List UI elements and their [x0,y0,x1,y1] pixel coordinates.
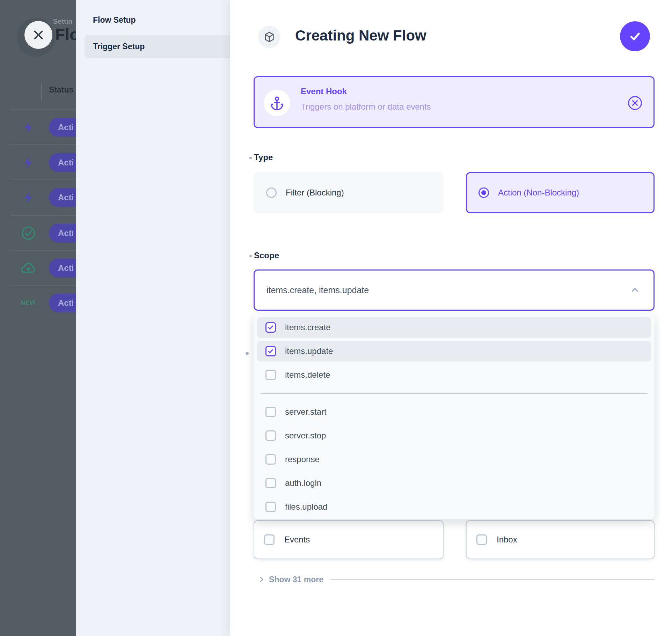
table-row: Acti [0,224,76,243]
scope-option-label: items.create [285,323,331,332]
breadcrumb: Settin [53,17,73,25]
scope-option-label: response [285,454,320,464]
checkbox-unchecked[interactable] [265,478,276,488]
scope-dropdown-menu: items.create items.update items.delete s… [254,313,655,519]
checkbox-checked[interactable] [265,322,276,333]
scope-option-files-upload[interactable]: files.upload [257,496,651,517]
drawer-title: Creating New Flow [295,27,426,44]
trigger-card-title: Event Hook [301,87,347,96]
scope-option-label: items.update [285,346,333,356]
nav-item-label: Trigger Setup [93,35,145,58]
status-badge: Acti [49,118,76,137]
collection-option-label: Events [284,535,310,545]
status-column-header: Status [49,85,73,95]
collection-option-inbox[interactable]: Inbox [466,520,655,559]
status-badge: Acti [49,153,76,172]
dimmed-background: Settin Flo Status Acti Acti Acti [0,0,76,636]
checkbox-unchecked[interactable] [476,534,487,545]
scope-option-auth-login[interactable]: auth.login [257,473,651,494]
type-option-action[interactable]: Action (Non-Blocking) [466,172,655,213]
chevron-right-icon [258,576,265,583]
collection-option-label: Inbox [497,535,517,545]
checkbox-unchecked[interactable] [265,370,276,380]
bolt-icon [20,119,37,136]
row-separator [10,109,76,110]
scope-option-label: server.start [285,407,327,417]
status-badge: Acti [49,259,76,278]
save-button[interactable] [620,21,650,51]
checkbox-checked[interactable] [265,346,276,356]
trigger-type-card[interactable]: Event Hook Triggers on platform or data … [254,76,655,128]
hidden-field-required-dot [246,352,249,355]
x-circle-icon [627,95,643,111]
check-circle-icon [20,225,37,242]
chevron-up-icon[interactable] [630,285,640,295]
new-badge: NEW [20,295,37,311]
dropdown-divider [261,393,648,394]
bolt-icon [20,189,37,206]
background-page-title: Flo [55,25,76,44]
drawer-header-icon-circle [258,26,280,48]
row-separator [10,285,76,286]
row-separator [10,144,76,145]
flow-drawer-screen: Settin Flo Status Acti Acti Acti [0,0,672,636]
scope-option-label: server.stop [285,431,326,441]
scope-option-label: files.upload [285,502,327,512]
table-row: Acti [0,153,76,172]
trigger-card-subtitle: Triggers on platform or data events [301,102,431,112]
check-icon [628,29,642,44]
anchor-icon-circle [264,90,290,116]
required-dot [249,255,252,257]
row-separator [10,250,76,251]
scope-option-response[interactable]: response [257,449,651,470]
checkbox-unchecked[interactable] [264,534,275,545]
show-more-button[interactable]: Show 31 more [254,573,655,586]
scope-option-server-start[interactable]: server.start [257,401,651,422]
status-badge: Acti [49,188,76,207]
checkbox-unchecked[interactable] [265,430,276,441]
type-field-label: Type [254,153,273,162]
checkbox-unchecked[interactable] [265,454,276,465]
status-badge: Acti [49,294,76,312]
table-row: Acti [0,188,76,207]
status-badge: Acti [49,224,76,243]
table-row: NEW Acti [0,294,76,312]
type-option-label: Filter (Blocking) [286,188,344,198]
scope-option-items-update[interactable]: items.update [257,341,651,362]
row-separator [10,215,76,216]
remove-trigger-button[interactable] [627,95,643,111]
anchor-icon [270,96,284,110]
close-drawer-button[interactable] [24,21,52,49]
scope-field-label: Scope [254,251,279,260]
table-divider [41,82,42,101]
cloud-upload-icon [20,260,37,276]
row-separator [10,179,76,180]
scope-option-server-stop[interactable]: server.stop [257,425,651,446]
scope-option-label: auth.login [285,478,321,488]
checkbox-unchecked[interactable] [265,502,276,512]
type-option-filter[interactable]: Filter (Blocking) [254,172,444,213]
close-icon [32,29,45,41]
checkbox-unchecked[interactable] [265,407,276,417]
show-more-rule [330,579,655,580]
box-icon [263,31,275,43]
drawer-nav-panel: Flow Setup Trigger Setup [76,0,230,636]
radio-unchecked[interactable] [266,187,277,198]
table-row: Acti [0,259,76,278]
row-separator [10,317,76,317]
scope-option-items-delete[interactable]: items.delete [257,364,651,385]
nav-item-trigger-setup[interactable]: Trigger Setup [85,35,230,58]
show-more-label: Show 31 more [269,575,323,584]
scope-option-items-create[interactable]: items.create [257,317,651,338]
scope-multiselect-input[interactable]: items.create, items.update [254,269,655,311]
drawer-content: Creating New Flow Event Hook Triggers on… [230,0,672,636]
radio-checked[interactable] [479,187,489,198]
collection-option-events[interactable]: Events [254,520,444,559]
nav-item-flow-setup[interactable]: Flow Setup [93,15,136,25]
table-row: Acti [0,118,76,137]
required-dot [249,157,252,159]
bolt-icon [20,154,37,171]
scope-option-label: items.delete [285,370,330,380]
type-option-label: Action (Non-Blocking) [498,188,579,198]
scope-value: items.create, items.update [266,285,369,295]
